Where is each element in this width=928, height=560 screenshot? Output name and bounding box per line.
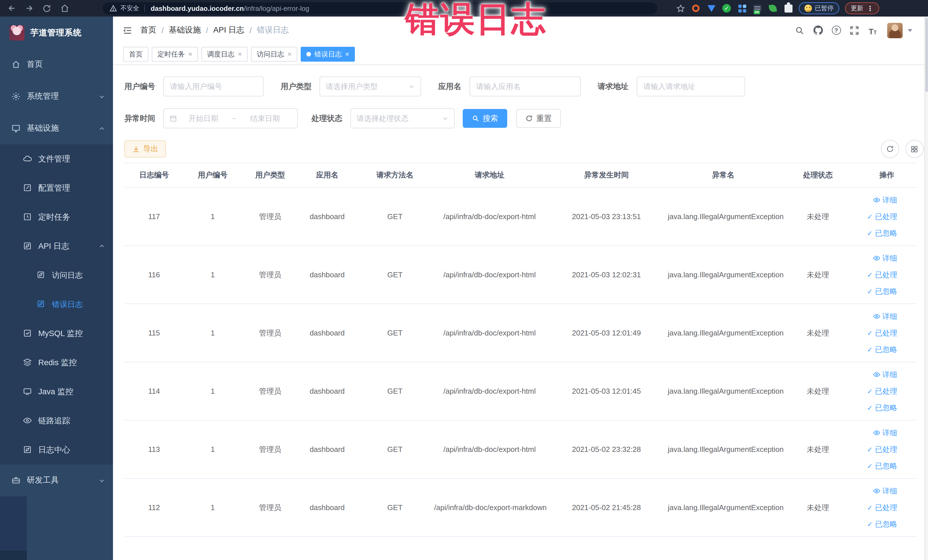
chevron-up-icon <box>99 243 105 249</box>
sidebar-item-api-log[interactable]: API 日志 <box>0 232 113 261</box>
check-icon: ✓ <box>867 330 873 336</box>
sidebar-item-infra[interactable]: 基础设施 <box>0 112 113 144</box>
eye-icon <box>873 429 880 436</box>
mark-processed-link[interactable]: ✓已处理 <box>867 444 897 455</box>
github-icon[interactable] <box>813 25 823 35</box>
col-user-id: 用户编号 <box>184 163 242 188</box>
mark-processed-link[interactable]: ✓已处理 <box>867 502 897 513</box>
sidebar-item-error-log[interactable]: 错误日志 <box>0 290 113 319</box>
help-icon[interactable]: ? <box>831 25 841 35</box>
sidebar-item-file-manage[interactable]: 文件管理 <box>0 144 113 174</box>
close-icon[interactable]: × <box>238 51 242 58</box>
page-scrollbar[interactable] <box>924 17 928 560</box>
sidebar-notch <box>0 551 27 560</box>
sidebar-item-config-manage[interactable]: 配置管理 <box>0 174 113 203</box>
app-header: 首页 / 基础设施 / API 日志 / 错误日志 ? <box>113 17 928 44</box>
table-row: 117 1 管理员 dashboard GET /api/infra/db-do… <box>124 188 917 246</box>
extension-grid-icon[interactable] <box>737 3 747 13</box>
tab-home[interactable]: 首页 <box>123 47 148 62</box>
sidebar: 芋道管理系统 首页 系统管理 基础设施 文件管理 <box>0 17 113 560</box>
detail-link[interactable]: 详细 <box>873 311 897 322</box>
sidebar-item-dev-tools[interactable]: 研发工具 <box>0 464 113 496</box>
update-badge[interactable]: 更新 ⋮ <box>845 2 879 14</box>
search-icon[interactable] <box>795 25 805 35</box>
refresh-icon <box>525 115 533 122</box>
back-icon[interactable] <box>6 3 17 14</box>
request-url-input[interactable] <box>636 76 745 96</box>
sidebar-item-java-monitor[interactable]: Java 监控 <box>0 377 113 406</box>
chevron-down-icon <box>409 83 415 90</box>
close-icon[interactable]: × <box>188 51 192 58</box>
tab-access-log[interactable]: 访问日志× <box>251 47 297 62</box>
sidebar-item-mysql-monitor[interactable]: MySQL 监控 <box>0 319 113 348</box>
home-icon[interactable] <box>59 3 70 14</box>
mark-processed-link[interactable]: ✓已处理 <box>867 211 897 222</box>
forward-icon[interactable] <box>23 3 35 14</box>
mark-ignored-link[interactable]: ✓已忽略 <box>867 344 897 355</box>
scrollbar-thumb[interactable] <box>925 18 927 92</box>
reload-icon[interactable] <box>41 3 52 14</box>
collapse-sidebar-icon[interactable] <box>121 24 133 37</box>
sidebar-item-tracing[interactable]: 链路追踪 <box>0 406 113 435</box>
paused-badge[interactable]: 已暂停 <box>799 2 839 14</box>
search-button[interactable]: 搜索 <box>463 109 507 128</box>
close-icon[interactable]: × <box>288 51 292 58</box>
check-icon: ✓ <box>867 520 873 528</box>
mark-ignored-link[interactable]: ✓已忽略 <box>867 286 897 296</box>
mark-ignored-link[interactable]: ✓已忽略 <box>867 461 897 471</box>
col-actions: 操作 <box>857 163 917 188</box>
mark-processed-link[interactable]: ✓已处理 <box>867 328 897 338</box>
mark-ignored-link[interactable]: ✓已忽略 <box>867 519 897 529</box>
sidebar-item-access-log[interactable]: 访问日志 <box>0 261 113 290</box>
process-status-select[interactable]: 请选择处理状态 <box>350 108 455 128</box>
user-type-select[interactable]: 请选择用户类型 <box>319 76 421 96</box>
sidebar-item-scheduled-job[interactable]: 定时任务 <box>0 203 113 232</box>
chevron-down-icon[interactable] <box>907 29 912 32</box>
avatar[interactable] <box>887 23 902 38</box>
app-logo[interactable]: 芋道管理系统 <box>0 17 113 49</box>
extension-switch-icon[interactable]: on <box>752 3 762 13</box>
column-settings-button[interactable] <box>905 140 923 158</box>
refresh-button[interactable] <box>881 140 899 158</box>
tab-error-log[interactable]: 错误日志× <box>301 47 355 62</box>
app-name-input[interactable] <box>469 76 580 96</box>
tab-scheduled-job[interactable]: 定时任务× <box>152 47 198 62</box>
screen: 不安全 dashboard.yudao.iocoder.cn/infra/log… <box>0 0 928 560</box>
extension-shield-icon[interactable] <box>706 3 716 13</box>
table-toolbar: 导出 <box>124 140 917 157</box>
fullscreen-icon[interactable] <box>849 25 859 35</box>
detail-link[interactable]: 详细 <box>873 195 897 205</box>
calendar-icon <box>169 115 177 122</box>
detail-link[interactable]: 详细 <box>873 253 897 263</box>
menu-dots-icon[interactable]: ⋮ <box>867 4 873 12</box>
bookmark-star-icon[interactable] <box>676 3 685 13</box>
sidebar-item-home[interactable]: 首页 <box>0 49 113 81</box>
extension-ring-icon[interactable] <box>691 3 701 13</box>
sidebar-item-system[interactable]: 系统管理 <box>0 81 113 112</box>
check-icon: ✓ <box>867 346 873 353</box>
detail-link[interactable]: 详细 <box>873 486 897 496</box>
reset-button[interactable]: 重置 <box>516 109 561 128</box>
close-icon[interactable]: × <box>345 51 349 58</box>
detail-link[interactable]: 详细 <box>873 428 897 438</box>
breadcrumb-api-log[interactable]: API 日志 <box>214 25 244 35</box>
user-id-input[interactable] <box>163 76 264 96</box>
tab-schedule-log[interactable]: 调度日志× <box>201 47 247 62</box>
font-size-icon[interactable]: TT <box>867 25 878 35</box>
extension-check-icon[interactable]: ✓ <box>722 3 731 13</box>
mark-processed-link[interactable]: ✓已处理 <box>867 270 897 280</box>
extension-puzzle-icon[interactable] <box>783 3 793 13</box>
export-button[interactable]: 导出 <box>124 140 166 157</box>
breadcrumb-home[interactable]: 首页 <box>140 25 156 35</box>
sidebar-item-redis-monitor[interactable]: Redis 监控 <box>0 348 113 377</box>
warning-icon <box>110 5 117 12</box>
extension-leaf-icon[interactable] <box>768 3 778 13</box>
exception-time-range-picker[interactable]: 开始日期 ~ 结束日期 <box>163 108 298 128</box>
detail-link[interactable]: 详细 <box>873 369 897 380</box>
mark-ignored-link[interactable]: ✓已忽略 <box>867 403 897 413</box>
mark-processed-link[interactable]: ✓已处理 <box>867 386 897 396</box>
sidebar-item-log-center[interactable]: 日志中心 <box>0 435 113 464</box>
mark-ignored-link[interactable]: ✓已忽略 <box>867 228 897 238</box>
address-bar[interactable]: 不安全 dashboard.yudao.iocoder.cn/infra/log… <box>103 2 657 14</box>
breadcrumb-infra[interactable]: 基础设施 <box>169 25 201 35</box>
